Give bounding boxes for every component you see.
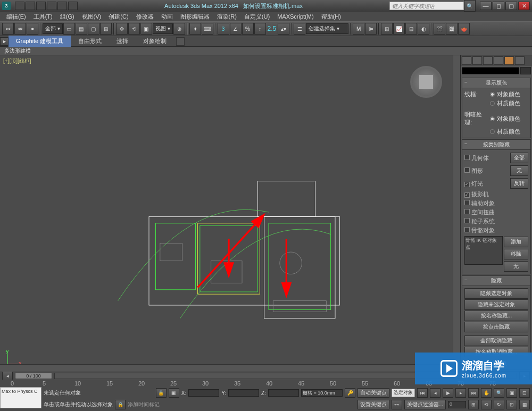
btn-add[interactable]: 添加	[504, 237, 528, 247]
goto-start-icon[interactable]: ⏮	[417, 388, 428, 398]
layer-manager-icon[interactable]: ⊞	[381, 23, 393, 35]
selection-filter[interactable]: 全部 ▾	[43, 23, 63, 34]
btn-hide-unselected[interactable]: 隐藏未选定对象	[464, 299, 528, 310]
chk-particles[interactable]	[464, 218, 470, 223]
maxscript-mini-listener[interactable]: Max to Physcs C	[0, 387, 41, 408]
key-mode-icon[interactable]: ⊶	[392, 400, 402, 409]
move-icon[interactable]: ✥	[116, 23, 128, 35]
nav-roll-icon[interactable]: ↻	[494, 400, 504, 409]
tab-create-icon[interactable]	[462, 56, 471, 65]
menu-item[interactable]: 视图(V)	[79, 12, 105, 22]
radio-object-color[interactable]	[490, 92, 495, 97]
x-coord-input[interactable]	[188, 389, 219, 397]
rollout-header[interactable]: 显示颜色	[462, 78, 530, 88]
nav-zoomext-icon[interactable]: ⊡	[519, 388, 530, 398]
mirror-icon[interactable]: M	[353, 23, 364, 35]
schematic-view-icon[interactable]: ⊟	[405, 23, 417, 35]
pivot-icon[interactable]: ⊕	[173, 23, 185, 35]
ribbon-expand-icon[interactable]	[176, 37, 185, 46]
chk-cameras[interactable]	[464, 192, 470, 198]
chk-geometry[interactable]	[464, 155, 470, 160]
viewport-label[interactable]: [+][顶][线框]	[3, 57, 31, 65]
btn-all[interactable]: 全部	[510, 153, 528, 163]
viewcube-face[interactable]	[419, 74, 434, 89]
rollout-header[interactable]: 按类别隐藏	[462, 140, 530, 150]
qat-button[interactable]	[68, 2, 78, 10]
percent-snap-icon[interactable]: %	[242, 23, 254, 35]
bind-icon[interactable]: ⚭	[27, 23, 38, 35]
qat-button[interactable]	[47, 2, 56, 10]
time-slider[interactable]: 0 / 100	[15, 373, 52, 379]
chk-spacewarps[interactable]	[464, 209, 470, 214]
chk-lights[interactable]	[464, 182, 470, 187]
close-button[interactable]: ✕	[518, 2, 530, 10]
spinner-snap-icon[interactable]: ↕	[254, 23, 266, 35]
add-time-tag[interactable]: 添加时间标记	[128, 401, 160, 408]
select-region-icon[interactable]: ▢	[88, 23, 99, 35]
menu-item[interactable]: 自定义(U)	[241, 12, 273, 22]
render-setup-icon[interactable]: 🎬	[434, 23, 445, 35]
search-icon[interactable]: 🔍	[464, 0, 476, 12]
menu-item[interactable]: 修改器	[133, 12, 157, 22]
curve-editor-icon[interactable]: 📈	[393, 23, 405, 35]
ref-coord-system[interactable]: 视图 ▾	[153, 23, 173, 34]
rotate-icon[interactable]: ⟲	[128, 23, 140, 35]
frame-input[interactable]: 0	[448, 401, 466, 408]
angle-snap-icon[interactable]: ∠	[230, 23, 242, 35]
tab-motion-icon[interactable]	[494, 56, 503, 65]
btn-hide-selected[interactable]: 隐藏选定对象	[464, 288, 528, 299]
btn-none[interactable]: 无	[510, 165, 528, 176]
autokey-button[interactable]: 自动关键点	[358, 388, 389, 398]
select-name-icon[interactable]: ▤	[76, 23, 87, 35]
nav-orbit-icon[interactable]: ⟲	[481, 400, 492, 409]
btn-invert[interactable]: 反转	[510, 178, 528, 189]
named-selection-set[interactable]: 创建选择集 ▾	[306, 23, 348, 34]
ribbon-tab-selection[interactable]: 选择	[109, 36, 136, 47]
menu-item[interactable]: MAXScript(M)	[274, 12, 317, 21]
menu-item[interactable]: 组(G)	[57, 12, 78, 22]
radio-material-color[interactable]	[490, 101, 495, 106]
coord-spinner-icon[interactable]: ▴▾	[278, 23, 289, 35]
menu-item[interactable]: 动画	[158, 12, 176, 22]
menu-item[interactable]: 编辑(E)	[3, 12, 29, 22]
rollout-header[interactable]: 隐藏	[462, 276, 530, 286]
play-icon[interactable]: ▶	[443, 388, 453, 398]
prev-frame-icon[interactable]: ◂	[430, 388, 440, 398]
link-icon[interactable]: ⚯	[2, 23, 14, 35]
maximize-button[interactable]: ▢	[505, 2, 517, 10]
menu-item[interactable]: 工具(T)	[30, 12, 56, 22]
selset-dropdown[interactable]: 选定对象	[392, 389, 415, 397]
lock-icon[interactable]: 🔒	[115, 400, 126, 409]
y-coord-input[interactable]	[228, 389, 259, 397]
scale-icon[interactable]: ▣	[140, 23, 152, 35]
viewport-vscroll[interactable]	[453, 55, 460, 372]
nav-pan-icon[interactable]: ✋	[481, 388, 492, 398]
btn-none2[interactable]: 无	[504, 261, 528, 272]
app-icon[interactable]: 3	[2, 2, 11, 10]
btn-hide-by-name[interactable]: 按名称隐藏...	[464, 311, 528, 321]
keyboard-shortcut-icon[interactable]: ⌨	[202, 23, 213, 35]
ribbon-tab-freeform[interactable]: 自由形式	[71, 36, 109, 47]
menu-item[interactable]: 图形编辑器	[177, 12, 213, 22]
viewport-hscroll[interactable]	[0, 364, 453, 372]
lock-selection-icon[interactable]: 🔒	[156, 388, 167, 398]
ribbon-tab-paint[interactable]: 对象绘制	[136, 36, 174, 47]
minimize-button[interactable]: —	[480, 2, 492, 10]
tab-display-icon[interactable]	[504, 56, 514, 65]
tab-hierarchy-icon[interactable]	[483, 56, 493, 65]
select-icon[interactable]: ▭	[63, 23, 75, 35]
qat-button[interactable]	[26, 2, 35, 10]
goto-end-icon[interactable]: ⏭	[468, 388, 479, 398]
unlink-icon[interactable]: ⚮	[14, 23, 26, 35]
tab-modify-icon[interactable]	[472, 56, 482, 65]
manipulate-icon[interactable]: ✦	[189, 23, 201, 35]
chk-helpers[interactable]	[464, 200, 470, 205]
chk-shapes[interactable]	[464, 167, 470, 173]
z-coord-input[interactable]	[268, 389, 299, 397]
btn-hide-by-hit[interactable]: 按点击隐藏	[464, 322, 528, 332]
render-frame-icon[interactable]: 🖼	[446, 23, 458, 35]
qat-button[interactable]	[57, 2, 67, 10]
btn-unhide-all[interactable]: 全部取消隐藏	[464, 335, 528, 346]
radio-object-color[interactable]	[490, 116, 495, 121]
help-search-input[interactable]	[389, 2, 464, 10]
